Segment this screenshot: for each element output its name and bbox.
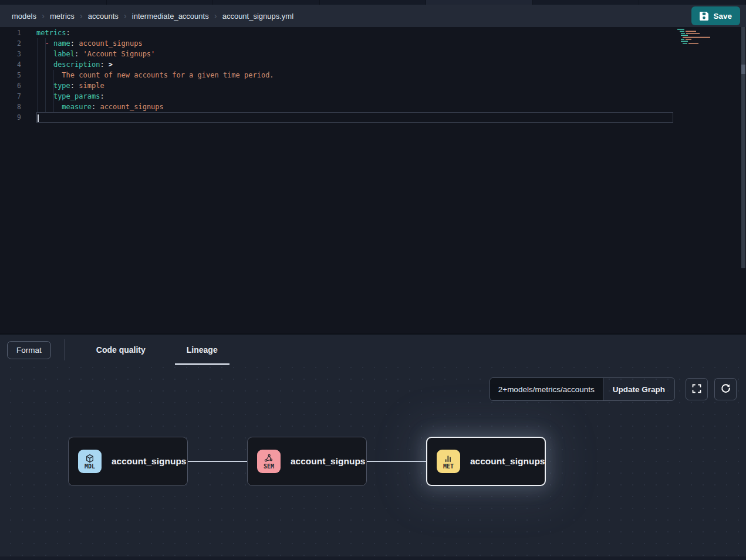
- browser-tab[interactable]: [107, 0, 214, 5]
- code-line-text: metrics:: [36, 28, 70, 38]
- browser-tab[interactable]: [0, 0, 107, 5]
- breadcrumb-item[interactable]: accounts: [88, 12, 119, 21]
- editor-scrollbar[interactable]: [741, 27, 745, 268]
- fullscreen-icon: [692, 384, 701, 395]
- browser-tab-active[interactable]: [426, 0, 533, 5]
- refresh-icon: [721, 383, 731, 395]
- metric-bars-badge: MET: [437, 450, 460, 473]
- code-line[interactable]: 5 The count of new accounts for a given …: [0, 70, 746, 80]
- chevron-right-icon: ›: [214, 11, 217, 20]
- code-lines: 1metrics:2 - name: account_signups3 labe…: [0, 28, 746, 123]
- tab-lineage[interactable]: Lineage: [175, 335, 229, 365]
- save-button[interactable]: Save: [691, 6, 740, 25]
- panel-tabs: Code qualityLineage: [85, 335, 229, 365]
- code-line-text: The count of new accounts for a given ti…: [36, 70, 274, 80]
- tab-code-quality[interactable]: Code quality: [85, 335, 157, 365]
- line-number: 7: [0, 91, 21, 102]
- browser-tab[interactable]: [533, 0, 640, 5]
- code-line[interactable]: 2 - name: account_signups: [0, 38, 746, 49]
- line-number: 4: [0, 59, 21, 70]
- code-line-text: label: 'Account Signups': [36, 49, 155, 59]
- line-number: 3: [0, 49, 21, 59]
- lineage-edge: [188, 461, 247, 462]
- bottom-panel: Format Code qualityLineage Update Graph: [0, 333, 746, 560]
- code-line-text: type: simple: [36, 80, 104, 91]
- code-line[interactable]: 7 type_params:: [0, 91, 746, 102]
- line-number: 9: [0, 112, 21, 123]
- divider: [64, 339, 65, 360]
- semantic-network-badge: SEM: [257, 450, 281, 473]
- chevron-right-icon: ›: [124, 11, 127, 20]
- breadcrumb-bar: models›metrics›accounts›intermediate_acc…: [0, 5, 746, 27]
- node-label: account_signups: [112, 456, 186, 467]
- browser-tab[interactable]: [639, 0, 746, 5]
- lineage-node-met[interactable]: METaccount_signups: [426, 437, 546, 486]
- text-cursor: [38, 114, 39, 122]
- model-cube-icon: [85, 454, 94, 463]
- code-editor[interactable]: 1metrics:2 - name: account_signups3 labe…: [0, 27, 746, 333]
- node-label: account_signups: [470, 456, 545, 467]
- panel-tabs-row: Format Code qualityLineage: [0, 335, 746, 365]
- code-line-text: - name: account_signups: [36, 38, 143, 49]
- code-line[interactable]: 4 description: >: [0, 59, 746, 70]
- node-type-label: MET: [443, 463, 454, 470]
- code-line-text: measure: account_signups: [36, 102, 164, 112]
- browser-tab[interactable]: [320, 0, 427, 5]
- ide-window: models›metrics›accounts›intermediate_acc…: [0, 0, 746, 560]
- bottom-strip: [0, 556, 746, 560]
- line-number: 6: [0, 80, 21, 91]
- chevron-right-icon: ›: [80, 11, 83, 20]
- refresh-button[interactable]: [714, 378, 737, 400]
- node-type-label: SEM: [264, 463, 274, 470]
- lineage-node-mdl[interactable]: MDLaccount_signups: [68, 437, 188, 486]
- line-number: 8: [0, 102, 21, 112]
- line-number: 2: [0, 38, 21, 49]
- node-type-label: MDL: [85, 463, 95, 470]
- code-line-text: [36, 112, 673, 123]
- format-button[interactable]: Format: [7, 341, 51, 359]
- lineage-selector-input[interactable]: [490, 378, 603, 400]
- line-number: 5: [0, 70, 21, 80]
- selector-group: Update Graph: [490, 377, 675, 401]
- code-line-text: description: >: [36, 59, 113, 70]
- fullscreen-button[interactable]: [686, 378, 708, 400]
- code-line[interactable]: 1metrics:: [0, 28, 746, 38]
- save-floppy-icon: [700, 12, 708, 21]
- lineage-controls: Update Graph: [490, 377, 737, 401]
- browser-tab[interactable]: [213, 0, 320, 5]
- node-label: account_signups: [291, 456, 365, 467]
- update-graph-button[interactable]: Update Graph: [603, 378, 674, 400]
- code-line[interactable]: 6 type: simple: [0, 80, 746, 91]
- semantic-network-icon: [264, 454, 274, 463]
- breadcrumb: models›metrics›accounts›intermediate_acc…: [12, 12, 691, 21]
- code-line-text: type_params:: [36, 91, 104, 102]
- breadcrumb-item[interactable]: account_signups.yml: [222, 12, 293, 21]
- code-line[interactable]: 8 measure: account_signups: [0, 102, 746, 112]
- code-line[interactable]: 3 label: 'Account Signups': [0, 49, 746, 59]
- breadcrumb-item[interactable]: metrics: [50, 12, 75, 21]
- editor-scrollbar-thumb[interactable]: [741, 65, 745, 74]
- lineage-node-sem[interactable]: SEMaccount_signups: [247, 437, 367, 486]
- lineage-edge: [367, 461, 426, 462]
- metric-bars-icon: [444, 454, 453, 463]
- minimap[interactable]: [676, 28, 714, 46]
- model-cube-badge: MDL: [78, 450, 102, 473]
- breadcrumb-item[interactable]: models: [12, 12, 36, 21]
- line-number: 1: [0, 28, 21, 38]
- top-tab-strip: [0, 0, 746, 5]
- save-label: Save: [713, 12, 732, 21]
- lineage-canvas[interactable]: Update Graph: [0, 365, 746, 558]
- chevron-right-icon: ›: [42, 11, 45, 20]
- code-line[interactable]: 9: [0, 112, 746, 123]
- breadcrumb-item[interactable]: intermediate_accounts: [132, 12, 209, 21]
